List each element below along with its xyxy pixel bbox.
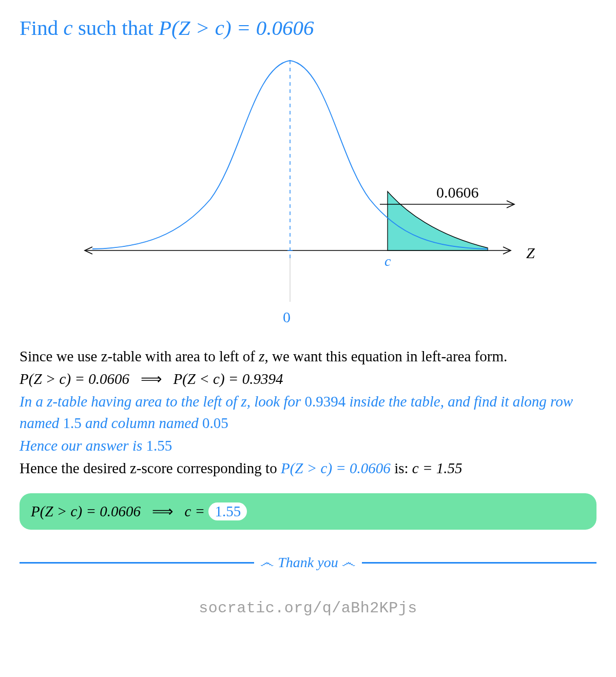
- explain-line-2: P(Z > c) = 0.0606 ⟹ P(Z < c) = 0.9394: [20, 368, 596, 390]
- answer-implies: ⟹: [144, 503, 181, 519]
- thank-you-text: ෴ Thank you ෴: [258, 554, 357, 571]
- implies-symbol: ⟹: [133, 371, 169, 387]
- normal-curve-svg: Z 0 c 0.0606: [72, 45, 544, 333]
- page-title: Find c such that P(Z > c) = 0.0606: [20, 15, 596, 40]
- center-zero-label: 0: [283, 308, 291, 325]
- title-expression: P(Z > c) = 0.0606: [159, 16, 314, 40]
- title-prefix: Find: [20, 16, 63, 40]
- answer-value-oval: 1.55: [208, 502, 247, 520]
- normal-curve-diagram: Z 0 c 0.0606: [20, 45, 596, 333]
- c-label: c: [384, 253, 391, 269]
- swirl-left-icon: ෴: [260, 554, 274, 570]
- divider-left: [20, 562, 254, 564]
- footer-url: socratic.org/q/aBh2KPjs: [20, 599, 596, 617]
- title-mid: such that: [73, 16, 159, 40]
- area-label-arrow: 0.0606: [380, 184, 514, 208]
- center-line: 0: [283, 61, 293, 325]
- explain-line-5: Hence the desired z-score corresponding …: [20, 457, 596, 479]
- answer-c-equals: c =: [184, 503, 208, 519]
- swirl-right-icon: ෴: [342, 554, 356, 570]
- explanation-block: Since we use z-table with area to left o…: [20, 345, 596, 479]
- axis-label-z: Z: [526, 244, 535, 261]
- thank-you-divider: ෴ Thank you ෴: [20, 554, 596, 571]
- final-answer-text: c = 1.55: [412, 460, 463, 476]
- eq-left: P(Z > c) = 0.0606: [20, 371, 129, 387]
- area-value-label: 0.0606: [436, 184, 479, 201]
- explain-line-4: Hence our answer is 1.55: [20, 435, 596, 456]
- explain-line-3: In a z-table having area to the left of …: [20, 391, 596, 434]
- final-expr: P(Z > c) = 0.0606: [281, 460, 391, 476]
- eq-right: P(Z < c) = 0.9394: [173, 371, 283, 387]
- answer-box: P(Z > c) = 0.0606 ⟹ c = 1.55: [20, 493, 596, 530]
- explain-line-1: Since we use z-table with area to left o…: [20, 345, 596, 367]
- divider-right: [362, 562, 596, 564]
- title-var-c: c: [63, 16, 72, 40]
- answer-lhs: P(Z > c) = 0.0606: [31, 503, 141, 519]
